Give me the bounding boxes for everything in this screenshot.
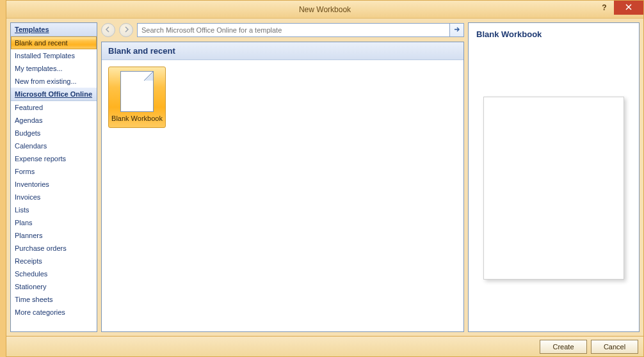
sidebar-item[interactable]: Time sheets <box>11 293 97 306</box>
nav-back-button[interactable] <box>101 23 115 37</box>
sidebar-item[interactable]: Lists <box>11 203 97 216</box>
sidebar-item[interactable]: Installed Templates <box>11 49 97 62</box>
sidebar-item[interactable]: Forms <box>11 165 97 178</box>
titlebar-buttons: ? <box>595 1 643 15</box>
sidebar-item[interactable]: Purchase orders <box>11 242 97 255</box>
dialog-footer: Create Cancel <box>6 336 643 356</box>
arrow-right-icon <box>123 26 129 35</box>
help-button[interactable]: ? <box>595 1 614 15</box>
sidebar-item[interactable]: Blank and recent <box>11 36 97 49</box>
center-column: Blank and recent Blank Workbook <box>101 22 464 332</box>
create-button[interactable]: Create <box>540 340 587 354</box>
preview-title: Blank Workbook <box>476 29 631 39</box>
arrow-left-icon <box>105 26 111 35</box>
sidebar-item[interactable]: Expense reports <box>11 152 97 165</box>
preview-panel: Blank Workbook <box>468 22 640 332</box>
preview-page-thumbnail <box>483 97 624 280</box>
dialog-body: TemplatesBlank and recentInstalled Templ… <box>6 19 643 336</box>
sidebar-header-templates: Templates <box>11 23 97 36</box>
content-header: Blank and recent <box>102 42 463 60</box>
sidebar-item[interactable]: More categories <box>11 306 97 319</box>
sidebar-item[interactable]: Planners <box>11 229 97 242</box>
sidebar-item[interactable]: My templates... <box>11 62 97 75</box>
sidebar-item[interactable]: Receipts <box>11 255 97 267</box>
sidebar-item[interactable]: Agendas <box>11 114 97 127</box>
cancel-button[interactable]: Cancel <box>591 340 638 354</box>
template-tile-blank-workbook[interactable]: Blank Workbook <box>108 67 166 128</box>
sidebar-item[interactable]: New from existing... <box>11 75 97 88</box>
close-button[interactable] <box>614 1 643 15</box>
sidebar-item[interactable]: Budgets <box>11 127 97 139</box>
sidebar-item[interactable]: Stationery <box>11 280 97 293</box>
search-input[interactable] <box>138 24 449 36</box>
sidebar-item[interactable]: Calendars <box>11 139 97 152</box>
sidebar-item[interactable]: Schedules <box>11 267 97 280</box>
nav-forward-button[interactable] <box>119 23 133 37</box>
toolbar <box>101 22 464 38</box>
templates-sidebar[interactable]: TemplatesBlank and recentInstalled Templ… <box>10 22 97 332</box>
template-tile-label: Blank Workbook <box>111 115 163 122</box>
close-icon <box>625 3 632 12</box>
titlebar: New Workbook ? <box>6 1 643 19</box>
arrow-go-icon <box>454 26 460 35</box>
content-body: Blank Workbook <box>102 60 463 331</box>
sidebar-header-office-online: Microsoft Office Online <box>11 88 97 101</box>
sidebar-item[interactable]: Invoices <box>11 191 97 203</box>
sidebar-item[interactable]: Inventories <box>11 178 97 191</box>
document-icon <box>120 71 154 112</box>
search-go-button[interactable] <box>449 24 463 36</box>
search-box <box>137 23 464 37</box>
new-workbook-dialog: New Workbook ? TemplatesBlank and recent… <box>6 0 644 357</box>
sidebar-item[interactable]: Plans <box>11 216 97 229</box>
sidebar-item[interactable]: Featured <box>11 101 97 114</box>
window-title: New Workbook <box>299 5 351 14</box>
content-panel: Blank and recent Blank Workbook <box>101 42 464 332</box>
